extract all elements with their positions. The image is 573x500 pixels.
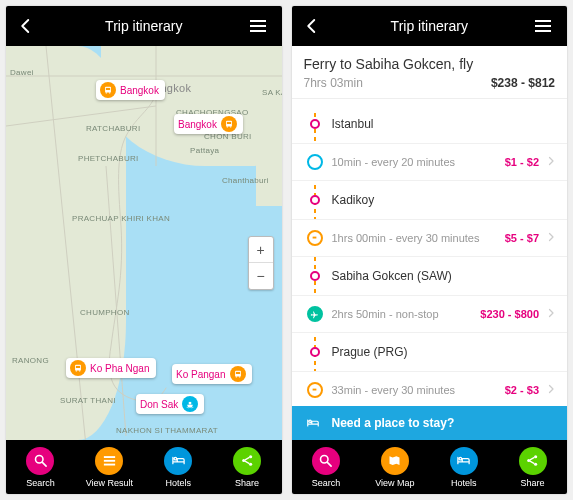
nav-view-result[interactable]: View Result [75, 440, 144, 494]
segment-bus-2[interactable]: 33min - every 30 minutes $2 - $3 [292, 371, 568, 406]
map[interactable]: Dawei angkok CHACHOENGSAO RATCHABURI CHO… [6, 46, 282, 440]
back-button[interactable] [14, 14, 38, 38]
nav-hotels[interactable]: Hotels [429, 440, 498, 494]
segment-info: 10min - every 20 minutes [332, 156, 505, 168]
map-icon [381, 447, 409, 475]
nav-label: Search [26, 478, 55, 488]
zoom-out-button[interactable]: − [249, 263, 273, 289]
bus-icon [307, 230, 323, 246]
bus-icon [100, 82, 116, 98]
bottom-nav: Search View Result Hotels Share [6, 440, 282, 494]
phone-map: Trip itinerary Dawei angkok CHACHOENGSAO… [6, 6, 282, 494]
bed-icon [450, 447, 478, 475]
bus-icon [230, 366, 246, 382]
ferry-icon [182, 396, 198, 412]
pin-kophangan-2[interactable]: Ko Pangan [172, 364, 252, 384]
pin-label: Don Sak [140, 399, 178, 410]
segment-bus-1[interactable]: 1hrs 00min - every 30 minutes $5 - $7 [292, 219, 568, 257]
nav-label: Share [235, 478, 259, 488]
nav-label: Search [312, 478, 341, 488]
bed-icon [304, 416, 322, 430]
hotels-cta[interactable]: Need a place to stay? [292, 406, 568, 440]
pin-label: Bangkok [178, 119, 217, 130]
nav-view-map[interactable]: View Map [360, 440, 429, 494]
bus-icon [70, 360, 86, 376]
zoom-control: + − [248, 236, 274, 290]
pin-label: Ko Pangan [176, 369, 226, 380]
stop-node [310, 195, 320, 205]
cta-label: Need a place to stay? [332, 416, 455, 430]
nav-share[interactable]: Share [498, 440, 567, 494]
pin-bangkok-2[interactable]: Bangkok [174, 114, 243, 134]
chevron-right-icon [545, 383, 557, 398]
bottom-nav: Search View Map Hotels Share [292, 440, 568, 494]
nav-label: Hotels [451, 478, 477, 488]
segment-flight[interactable]: 2hrs 50min - non-stop $230 - $800 [292, 295, 568, 333]
nav-search[interactable]: Search [292, 440, 361, 494]
trip-price: $238 - $812 [491, 76, 555, 90]
share-icon [233, 447, 261, 475]
nav-search[interactable]: Search [6, 440, 75, 494]
search-icon [26, 447, 54, 475]
trip-summary: Ferry to Sabiha Gokcen, fly 7hrs 03min $… [292, 46, 568, 99]
timeline[interactable]: Istanbul 10min - every 20 minutes $1 - $… [292, 99, 568, 406]
svg-line-17 [106, 166, 126, 436]
stop-label: Sabiha Gokcen (SAW) [332, 269, 452, 283]
stop-kadikoy: Kadikoy [292, 181, 568, 219]
nav-label: Share [521, 478, 545, 488]
chevron-right-icon [545, 155, 557, 170]
svg-line-16 [46, 46, 86, 440]
search-icon [312, 447, 340, 475]
ferry-icon [307, 154, 323, 170]
share-icon [519, 447, 547, 475]
stop-prg: Prague (PRG) [292, 333, 568, 371]
menu-button[interactable] [535, 14, 559, 38]
pin-label: Bangkok [120, 85, 159, 96]
stop-saw: Sabiha Gokcen (SAW) [292, 257, 568, 295]
stop-label: Istanbul [332, 117, 374, 131]
segment-ferry[interactable]: 10min - every 20 minutes $1 - $2 [292, 143, 568, 181]
zoom-in-button[interactable]: + [249, 237, 273, 263]
trip-title: Ferry to Sabiha Gokcen, fly [304, 56, 556, 72]
stop-node [310, 347, 320, 357]
header: Trip itinerary [6, 6, 282, 46]
pin-donsak[interactable]: Don Sak [136, 394, 204, 414]
bus-icon [221, 116, 237, 132]
svg-line-14 [6, 106, 156, 126]
header: Trip itinerary [292, 6, 568, 46]
bed-icon [164, 447, 192, 475]
nav-label: View Result [86, 478, 133, 488]
phone-itinerary: Trip itinerary Ferry to Sabiha Gokcen, f… [292, 6, 568, 494]
nav-hotels[interactable]: Hotels [144, 440, 213, 494]
chevron-right-icon [545, 231, 557, 246]
chevron-right-icon [545, 307, 557, 322]
pin-bangkok-1[interactable]: Bangkok [96, 80, 165, 100]
trip-duration: 7hrs 03min [304, 76, 363, 90]
pin-label: Ko Pha Ngan [90, 363, 150, 374]
stop-istanbul: Istanbul [292, 105, 568, 143]
segment-price: $230 - $800 [480, 308, 539, 320]
header-title: Trip itinerary [391, 18, 468, 34]
header-title: Trip itinerary [105, 18, 182, 34]
segment-price: $1 - $2 [505, 156, 539, 168]
list-icon [95, 447, 123, 475]
nav-label: View Map [375, 478, 414, 488]
segment-price: $2 - $3 [505, 384, 539, 396]
stop-label: Prague (PRG) [332, 345, 408, 359]
nav-share[interactable]: Share [213, 440, 282, 494]
segment-price: $5 - $7 [505, 232, 539, 244]
itinerary-detail: Ferry to Sabiha Gokcen, fly 7hrs 03min $… [292, 46, 568, 440]
stop-node [310, 271, 320, 281]
route-line [109, 90, 166, 401]
segment-info: 33min - every 30 minutes [332, 384, 505, 396]
nav-label: Hotels [165, 478, 191, 488]
segment-info: 2hrs 50min - non-stop [332, 308, 481, 320]
back-button[interactable] [300, 14, 324, 38]
stop-label: Kadikoy [332, 193, 375, 207]
plane-icon [307, 306, 323, 322]
pin-kophangan-1[interactable]: Ko Pha Ngan [66, 358, 156, 378]
segment-info: 1hrs 00min - every 30 minutes [332, 232, 505, 244]
stop-node [310, 119, 320, 129]
menu-button[interactable] [250, 14, 274, 38]
bus-icon [307, 382, 323, 398]
